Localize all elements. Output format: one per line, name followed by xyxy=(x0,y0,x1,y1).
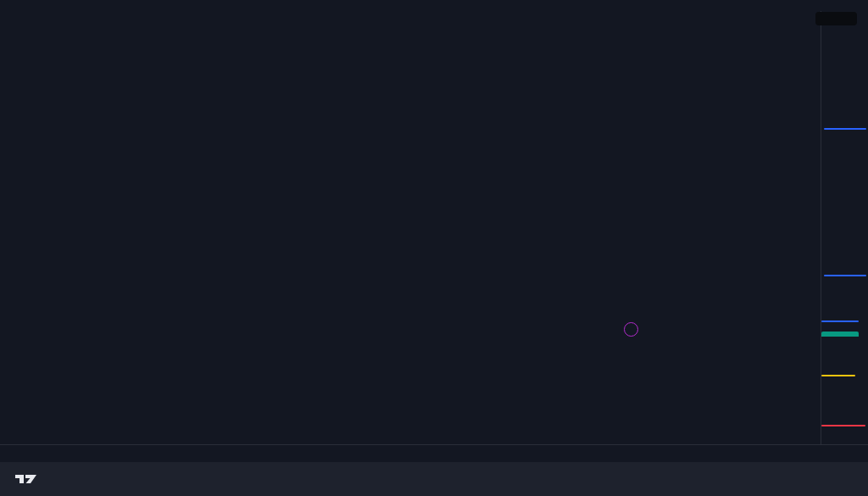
high-price-row xyxy=(820,128,866,130)
bottom-toolbar xyxy=(0,462,868,496)
chart-canvas[interactable] xyxy=(0,11,821,444)
volume-current-badge xyxy=(821,332,859,337)
rsi-value-badge xyxy=(821,375,855,376)
quick-trade-lightning-icon[interactable] xyxy=(624,322,638,337)
currency-toggle-button[interactable] xyxy=(815,12,857,25)
volume-total-badge xyxy=(821,320,859,322)
macd-pane-legend xyxy=(12,408,16,416)
chart-legend xyxy=(28,13,49,35)
price-scale-divider xyxy=(821,11,821,444)
rsi-pane-legend xyxy=(12,337,16,346)
low-price-badge xyxy=(824,275,866,276)
macd-value-badge xyxy=(821,425,865,426)
tradingview-logo-icon[interactable] xyxy=(15,472,37,486)
volume-legend-row xyxy=(28,24,49,35)
tradingview-chart-window xyxy=(0,0,868,496)
high-price-badge xyxy=(824,128,866,130)
low-price-row xyxy=(820,275,866,276)
attribution-bar xyxy=(0,0,868,11)
time-axis[interactable] xyxy=(0,444,868,463)
symbol-legend-row xyxy=(28,13,49,24)
